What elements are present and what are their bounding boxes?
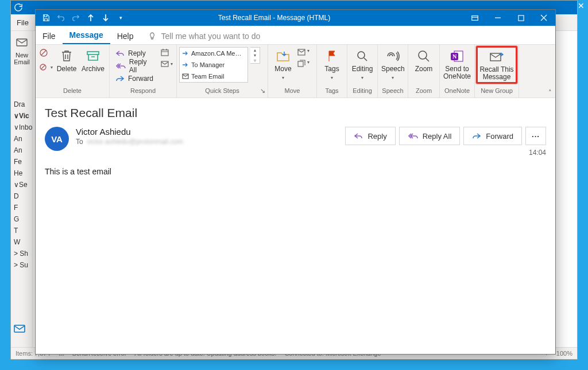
message-window: ▾ Test Recall Email - Message (HTML) Fil… [35, 9, 556, 355]
speech-button[interactable]: Speech▾ [381, 47, 405, 81]
forward-button[interactable]: Forward [113, 72, 158, 85]
group-editing: Editing▾ Editing [347, 45, 378, 98]
svg-rect-11 [298, 61, 303, 67]
svg-rect-2 [472, 16, 478, 21]
svg-text:N: N [452, 53, 457, 60]
group-label: Editing [347, 87, 377, 98]
forward-action[interactable]: Forward [463, 127, 522, 145]
lightbulb-icon [148, 32, 157, 41]
magnifier-icon [417, 48, 431, 64]
next-item-icon[interactable] [99, 11, 113, 25]
status-zoom: 100% [556, 350, 572, 357]
window-title: Test Recall Email - Message (HTML) [131, 14, 463, 22]
reply-action[interactable]: Reply [345, 127, 395, 145]
group-delete: ▾ Delete Archive Delete [36, 45, 110, 98]
svg-rect-7 [161, 50, 168, 56]
more-actions[interactable]: ··· [525, 127, 546, 145]
group-label: Zoom [408, 87, 439, 98]
maximize-button[interactable] [509, 10, 532, 26]
rules-button[interactable]: ▾ [297, 48, 310, 56]
group-speech: Speech▾ Speech [378, 45, 408, 98]
svg-point-12 [358, 52, 365, 59]
folder-move-icon [276, 48, 290, 64]
tab-file[interactable]: File [36, 28, 63, 44]
svg-rect-0 [17, 39, 27, 46]
ignore-button[interactable] [39, 48, 53, 59]
meeting-button[interactable] [160, 48, 173, 56]
group-label: Quick Steps↘ [177, 87, 268, 98]
group-label: Move [268, 87, 316, 98]
group-zoom: Zoom Zoom [408, 45, 440, 98]
group-onenote: N Send to OneNote OneNote [440, 45, 475, 98]
archive-button[interactable]: Archive [80, 47, 106, 73]
search-icon [356, 48, 369, 64]
main-file-tab[interactable]: File [11, 18, 34, 27]
tab-message[interactable]: Message [63, 27, 110, 44]
collapse-ribbon-icon[interactable]: ˄ [548, 89, 552, 96]
redo-icon[interactable] [69, 11, 83, 25]
svg-rect-6 [87, 52, 99, 54]
group-label: New Group [475, 87, 519, 98]
reply-all-button[interactable]: Reply All [113, 60, 158, 72]
group-label: Delete [36, 87, 109, 98]
new-email-button[interactable]: NewEmail [14, 52, 30, 65]
refresh-icon[interactable] [11, 1, 26, 14]
quick-access-toolbar: ▾ [36, 11, 131, 25]
message-time: 14:04 [345, 149, 546, 157]
close-button[interactable] [532, 10, 555, 26]
tell-me-search[interactable]: Tell me what you want to do [141, 28, 268, 44]
sender-name: Victor Ashiedu [76, 127, 183, 137]
previous-item-icon[interactable] [84, 11, 98, 25]
editing-button[interactable]: Editing▾ [351, 47, 374, 81]
group-newgroup: Recall This Message New Group [475, 45, 519, 98]
move-icon [182, 50, 189, 56]
delete-button[interactable]: Delete [55, 47, 78, 73]
recall-this-message-button[interactable]: Recall This Message [476, 46, 517, 84]
group-move: Move▾ ▾ ▾ Move [268, 45, 317, 98]
svg-point-13 [419, 51, 427, 59]
ribbon: ▾ Delete Archive Delete Reply Reply All [36, 45, 555, 98]
save-icon[interactable] [39, 11, 53, 25]
mail-icon[interactable] [14, 325, 25, 334]
envelope-icon [15, 36, 29, 49]
message-titlebar[interactable]: ▾ Test Recall Email - Message (HTML) [36, 10, 555, 26]
dialog-launcher-icon[interactable]: ↘ [260, 87, 265, 95]
qat-customize-icon[interactable]: ▾ [114, 11, 127, 25]
recall-envelope-icon [489, 49, 504, 65]
bg-close-icon[interactable]: ✕ [578, 1, 585, 10]
gallery-scroll[interactable]: ▴▾▿ [250, 47, 260, 64]
arrow-right-icon [182, 62, 189, 68]
sender-avatar: VA [45, 127, 69, 151]
group-label: Speech [378, 87, 408, 98]
ribbon-tabs: File Message Help Tell me what you want … [36, 26, 555, 45]
junk-button[interactable]: ▾ [39, 63, 53, 72]
tab-help[interactable]: Help [110, 28, 141, 44]
onenote-icon: N [450, 48, 464, 64]
quick-steps-gallery[interactable]: Amazon.CA Me… To Manager Team Email [179, 47, 248, 83]
folder-tree[interactable]: Dra∨Vic ∨Inbo An An Fe He ∨Se D F G T W … [10, 99, 33, 271]
flag-icon [327, 48, 337, 64]
group-tags: Tags▾ Tags [317, 45, 347, 98]
group-quicksteps: Amazon.CA Me… To Manager Team Email ▴▾▿ … [177, 45, 268, 98]
minimize-ribbon-icon[interactable] [463, 10, 486, 26]
group-respond: Reply Reply All Forward ▾ Respond [110, 45, 177, 98]
reply-all-action[interactable]: Reply All [399, 127, 461, 145]
undo-icon[interactable] [54, 11, 68, 25]
svg-rect-3 [518, 15, 523, 20]
group-label: OneNote [440, 87, 474, 98]
actions-button[interactable]: ▾ [297, 60, 310, 68]
envelope-icon [182, 73, 189, 79]
read-aloud-icon [386, 48, 400, 64]
more-respond-button[interactable]: ▾ [160, 60, 173, 68]
zoom-button[interactable]: Zoom [412, 47, 436, 73]
recipient-line: To victor.ashiedu@protonmail.com [76, 138, 183, 146]
message-body-text: This is a test email [45, 167, 546, 176]
svg-rect-1 [14, 325, 25, 332]
move-button[interactable]: Move▾ [272, 47, 295, 81]
group-label: Respond [110, 87, 176, 98]
trash-icon [60, 48, 73, 64]
send-to-onenote-button[interactable]: N Send to OneNote [443, 47, 471, 80]
minimize-button[interactable] [486, 10, 509, 26]
group-label: Tags [317, 87, 347, 98]
tags-button[interactable]: Tags▾ [320, 47, 343, 81]
